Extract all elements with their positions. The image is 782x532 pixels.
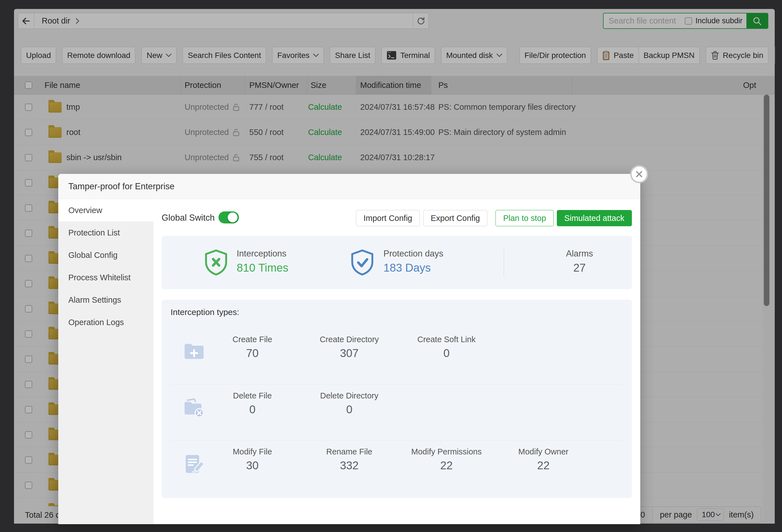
export-config-button[interactable]: Export Config xyxy=(423,210,488,226)
global-switch-label: Global Switch xyxy=(162,213,215,223)
modify-row: Modify File30 Rename File332 Modify Perm… xyxy=(171,440,623,498)
modal-tabs: Overview Protection List Global Config P… xyxy=(58,199,153,524)
close-button[interactable] xyxy=(630,165,648,183)
interceptions-value: 810 Times xyxy=(237,262,288,274)
interception-types-title: Interception types: xyxy=(171,307,239,317)
tab-operation-logs[interactable]: Operation Logs xyxy=(58,311,153,334)
modify-owner-value: 22 xyxy=(501,459,585,472)
tab-protection-list[interactable]: Protection List xyxy=(58,222,153,244)
shield-check-icon xyxy=(350,249,375,276)
delete-file-label: Delete File xyxy=(210,391,294,401)
overview-panel: Global Switch Import Config Export Confi… xyxy=(153,199,640,524)
alarms-value: 27 xyxy=(546,262,613,274)
modify-permissions-label: Modify Permissions xyxy=(404,447,489,456)
close-icon xyxy=(635,170,643,178)
delete-directory-value: 0 xyxy=(307,403,391,416)
rename-file-label: Rename File xyxy=(307,447,391,456)
file-edit-icon xyxy=(183,454,204,476)
modify-owner-label: Modify Owner xyxy=(501,447,585,456)
tamper-proof-dialog: Tamper-proof for Enterprise Overview Pro… xyxy=(58,174,640,524)
create-row: Create File70 Create Directory307 Create… xyxy=(171,328,623,384)
tab-global-config[interactable]: Global Config xyxy=(58,244,153,266)
delete-row: Delete File0 Delete Directory0 xyxy=(171,384,623,440)
create-soft-link-value: 0 xyxy=(404,347,489,359)
modify-file-label: Modify File xyxy=(210,447,294,456)
create-soft-link-label: Create Soft Link xyxy=(404,335,489,344)
folder-plus-icon xyxy=(183,342,205,360)
create-file-label: Create File xyxy=(210,335,294,344)
protection-days-label: Protection days xyxy=(384,249,443,259)
shield-x-icon xyxy=(204,249,228,276)
global-switch-toggle[interactable] xyxy=(218,212,239,223)
tab-alarm-settings[interactable]: Alarm Settings xyxy=(58,289,153,311)
modify-permissions-value: 22 xyxy=(404,459,489,472)
create-directory-label: Create Directory xyxy=(307,335,391,344)
modify-file-value: 30 xyxy=(210,459,294,472)
interception-types-card: Interception types: Create File70 Create… xyxy=(162,300,632,498)
tab-process-whitelist[interactable]: Process Whitelist xyxy=(58,266,153,289)
delete-directory-label: Delete Directory xyxy=(307,391,391,401)
interceptions-label: Interceptions xyxy=(237,249,288,259)
protection-days-value: 183 Days xyxy=(384,262,443,274)
dialog-title: Tamper-proof for Enterprise xyxy=(68,182,175,192)
rename-file-value: 332 xyxy=(307,459,391,472)
delete-file-value: 0 xyxy=(210,403,294,416)
stats-card: Interceptions 810 Times Protection days … xyxy=(162,236,632,289)
dialog-header: Tamper-proof for Enterprise xyxy=(58,174,640,199)
import-config-button[interactable]: Import Config xyxy=(356,210,420,226)
tab-overview[interactable]: Overview xyxy=(58,199,153,222)
create-directory-value: 307 xyxy=(307,347,391,359)
plan-to-stop-button[interactable]: Plan to stop xyxy=(495,210,554,226)
create-file-value: 70 xyxy=(210,347,294,359)
folder-delete-icon xyxy=(183,398,205,418)
simulated-attack-button[interactable]: Simulated attack xyxy=(557,210,632,226)
alarms-label: Alarms xyxy=(546,249,613,259)
stats-divider xyxy=(504,249,504,276)
